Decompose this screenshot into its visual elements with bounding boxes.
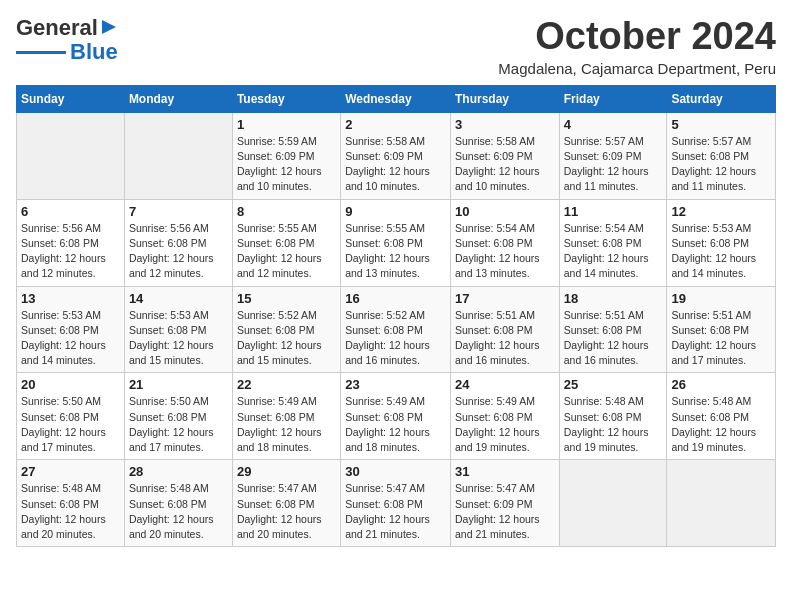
day-info: Sunrise: 5:55 AM Sunset: 6:08 PM Dayligh… [345, 221, 446, 282]
day-info: Sunrise: 5:51 AM Sunset: 6:08 PM Dayligh… [671, 308, 771, 369]
day-info: Sunrise: 5:48 AM Sunset: 6:08 PM Dayligh… [671, 394, 771, 455]
header-cell-saturday: Saturday [667, 85, 776, 112]
day-number: 29 [237, 464, 336, 479]
day-cell: 7Sunrise: 5:56 AM Sunset: 6:08 PM Daylig… [124, 199, 232, 286]
day-cell: 27Sunrise: 5:48 AM Sunset: 6:08 PM Dayli… [17, 460, 125, 547]
header-row: SundayMondayTuesdayWednesdayThursdayFrid… [17, 85, 776, 112]
day-cell: 10Sunrise: 5:54 AM Sunset: 6:08 PM Dayli… [450, 199, 559, 286]
day-info: Sunrise: 5:55 AM Sunset: 6:08 PM Dayligh… [237, 221, 336, 282]
week-row-2: 6Sunrise: 5:56 AM Sunset: 6:08 PM Daylig… [17, 199, 776, 286]
day-number: 10 [455, 204, 555, 219]
svg-marker-0 [102, 20, 116, 34]
day-cell: 6Sunrise: 5:56 AM Sunset: 6:08 PM Daylig… [17, 199, 125, 286]
day-cell: 13Sunrise: 5:53 AM Sunset: 6:08 PM Dayli… [17, 286, 125, 373]
week-row-1: 1Sunrise: 5:59 AM Sunset: 6:09 PM Daylig… [17, 112, 776, 199]
logo-text: General [16, 16, 98, 40]
day-number: 21 [129, 377, 228, 392]
day-cell: 24Sunrise: 5:49 AM Sunset: 6:08 PM Dayli… [450, 373, 559, 460]
day-number: 4 [564, 117, 663, 132]
week-row-5: 27Sunrise: 5:48 AM Sunset: 6:08 PM Dayli… [17, 460, 776, 547]
day-cell: 31Sunrise: 5:47 AM Sunset: 6:09 PM Dayli… [450, 460, 559, 547]
day-info: Sunrise: 5:56 AM Sunset: 6:08 PM Dayligh… [21, 221, 120, 282]
day-number: 27 [21, 464, 120, 479]
day-number: 18 [564, 291, 663, 306]
day-info: Sunrise: 5:50 AM Sunset: 6:08 PM Dayligh… [21, 394, 120, 455]
day-cell: 15Sunrise: 5:52 AM Sunset: 6:08 PM Dayli… [232, 286, 340, 373]
day-number: 30 [345, 464, 446, 479]
day-info: Sunrise: 5:49 AM Sunset: 6:08 PM Dayligh… [237, 394, 336, 455]
day-info: Sunrise: 5:53 AM Sunset: 6:08 PM Dayligh… [21, 308, 120, 369]
day-cell: 4Sunrise: 5:57 AM Sunset: 6:09 PM Daylig… [559, 112, 667, 199]
day-cell: 11Sunrise: 5:54 AM Sunset: 6:08 PM Dayli… [559, 199, 667, 286]
day-cell [559, 460, 667, 547]
day-number: 3 [455, 117, 555, 132]
day-number: 28 [129, 464, 228, 479]
day-info: Sunrise: 5:58 AM Sunset: 6:09 PM Dayligh… [455, 134, 555, 195]
day-number: 7 [129, 204, 228, 219]
day-cell: 5Sunrise: 5:57 AM Sunset: 6:08 PM Daylig… [667, 112, 776, 199]
day-number: 16 [345, 291, 446, 306]
header-cell-tuesday: Tuesday [232, 85, 340, 112]
day-cell: 20Sunrise: 5:50 AM Sunset: 6:08 PM Dayli… [17, 373, 125, 460]
header-cell-thursday: Thursday [450, 85, 559, 112]
day-number: 26 [671, 377, 771, 392]
header-cell-friday: Friday [559, 85, 667, 112]
day-info: Sunrise: 5:50 AM Sunset: 6:08 PM Dayligh… [129, 394, 228, 455]
day-cell: 25Sunrise: 5:48 AM Sunset: 6:08 PM Dayli… [559, 373, 667, 460]
day-cell [17, 112, 125, 199]
day-cell: 16Sunrise: 5:52 AM Sunset: 6:08 PM Dayli… [341, 286, 451, 373]
day-info: Sunrise: 5:58 AM Sunset: 6:09 PM Dayligh… [345, 134, 446, 195]
day-info: Sunrise: 5:52 AM Sunset: 6:08 PM Dayligh… [345, 308, 446, 369]
day-cell: 26Sunrise: 5:48 AM Sunset: 6:08 PM Dayli… [667, 373, 776, 460]
day-number: 11 [564, 204, 663, 219]
header-cell-wednesday: Wednesday [341, 85, 451, 112]
logo: General Blue [16, 16, 118, 64]
day-cell: 1Sunrise: 5:59 AM Sunset: 6:09 PM Daylig… [232, 112, 340, 199]
day-cell: 18Sunrise: 5:51 AM Sunset: 6:08 PM Dayli… [559, 286, 667, 373]
day-cell: 12Sunrise: 5:53 AM Sunset: 6:08 PM Dayli… [667, 199, 776, 286]
day-number: 15 [237, 291, 336, 306]
day-number: 9 [345, 204, 446, 219]
day-info: Sunrise: 5:53 AM Sunset: 6:08 PM Dayligh… [129, 308, 228, 369]
day-number: 19 [671, 291, 771, 306]
day-number: 2 [345, 117, 446, 132]
header-cell-monday: Monday [124, 85, 232, 112]
day-info: Sunrise: 5:52 AM Sunset: 6:08 PM Dayligh… [237, 308, 336, 369]
day-number: 22 [237, 377, 336, 392]
day-cell [124, 112, 232, 199]
logo-arrow-icon [100, 18, 118, 36]
day-info: Sunrise: 5:47 AM Sunset: 6:09 PM Dayligh… [455, 481, 555, 542]
day-cell: 2Sunrise: 5:58 AM Sunset: 6:09 PM Daylig… [341, 112, 451, 199]
day-info: Sunrise: 5:59 AM Sunset: 6:09 PM Dayligh… [237, 134, 336, 195]
day-number: 8 [237, 204, 336, 219]
day-info: Sunrise: 5:54 AM Sunset: 6:08 PM Dayligh… [564, 221, 663, 282]
day-number: 14 [129, 291, 228, 306]
day-info: Sunrise: 5:48 AM Sunset: 6:08 PM Dayligh… [129, 481, 228, 542]
week-row-4: 20Sunrise: 5:50 AM Sunset: 6:08 PM Dayli… [17, 373, 776, 460]
day-number: 25 [564, 377, 663, 392]
day-number: 1 [237, 117, 336, 132]
day-info: Sunrise: 5:47 AM Sunset: 6:08 PM Dayligh… [345, 481, 446, 542]
logo-underline [16, 51, 66, 54]
day-cell [667, 460, 776, 547]
calendar-table: SundayMondayTuesdayWednesdayThursdayFrid… [16, 85, 776, 547]
day-info: Sunrise: 5:47 AM Sunset: 6:08 PM Dayligh… [237, 481, 336, 542]
day-cell: 29Sunrise: 5:47 AM Sunset: 6:08 PM Dayli… [232, 460, 340, 547]
day-cell: 19Sunrise: 5:51 AM Sunset: 6:08 PM Dayli… [667, 286, 776, 373]
day-cell: 23Sunrise: 5:49 AM Sunset: 6:08 PM Dayli… [341, 373, 451, 460]
day-number: 6 [21, 204, 120, 219]
day-number: 23 [345, 377, 446, 392]
day-cell: 9Sunrise: 5:55 AM Sunset: 6:08 PM Daylig… [341, 199, 451, 286]
day-info: Sunrise: 5:56 AM Sunset: 6:08 PM Dayligh… [129, 221, 228, 282]
logo-blue-text: Blue [70, 40, 118, 64]
day-cell: 14Sunrise: 5:53 AM Sunset: 6:08 PM Dayli… [124, 286, 232, 373]
day-cell: 22Sunrise: 5:49 AM Sunset: 6:08 PM Dayli… [232, 373, 340, 460]
day-info: Sunrise: 5:49 AM Sunset: 6:08 PM Dayligh… [455, 394, 555, 455]
day-cell: 3Sunrise: 5:58 AM Sunset: 6:09 PM Daylig… [450, 112, 559, 199]
day-info: Sunrise: 5:51 AM Sunset: 6:08 PM Dayligh… [564, 308, 663, 369]
day-number: 20 [21, 377, 120, 392]
month-title: October 2024 [498, 16, 776, 58]
day-number: 12 [671, 204, 771, 219]
day-info: Sunrise: 5:57 AM Sunset: 6:09 PM Dayligh… [564, 134, 663, 195]
header-cell-sunday: Sunday [17, 85, 125, 112]
